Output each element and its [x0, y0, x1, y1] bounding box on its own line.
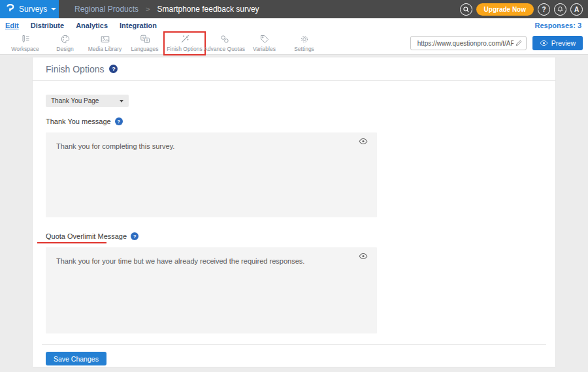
questionpro-logo — [6, 4, 15, 14]
quota-preview-eye-button[interactable] — [359, 253, 368, 260]
finish-type-select[interactable]: Thank You Page — [46, 95, 129, 107]
avatar[interactable]: A — [570, 3, 583, 16]
toolbar-right: Preview — [410, 36, 583, 50]
search-icon — [463, 6, 470, 13]
thank-you-preview-eye-button[interactable] — [359, 138, 368, 145]
quota-overlimit-label-row: Quota Overlimit Message ? — [46, 232, 139, 240]
settings-gear-icon — [299, 34, 310, 44]
upgrade-now-button[interactable]: Upgrade Now — [476, 3, 534, 16]
tab-integration[interactable]: Integration — [120, 22, 157, 29]
variables-tag-icon — [259, 34, 270, 44]
thank-you-message-label-row: Thank You message ? — [46, 117, 123, 125]
tab-edit[interactable]: Edit — [5, 22, 19, 29]
toolbar-item-media-library[interactable]: Media Library — [85, 33, 125, 54]
breadcrumb: Regional Products > Smartphone feedback … — [59, 0, 460, 18]
toolbar-item-advance-quotas[interactable]: Advance Quotas — [204, 33, 244, 54]
toolbar-item-finish-options[interactable]: Finish Options — [165, 33, 204, 54]
bell-icon — [557, 6, 564, 13]
quota-overlimit-message-box: Thank you for your time but we have alre… — [46, 247, 377, 333]
breadcrumb-survey-title: Smartphone feedback survey — [157, 5, 259, 14]
breadcrumb-separator: > — [146, 5, 150, 13]
page-background: Finish Options ? Thank You Page Thank Yo… — [0, 55, 588, 367]
toolbar-item-settings[interactable]: Settings — [284, 33, 324, 54]
eye-icon — [540, 40, 548, 46]
toolbar-item-variables[interactable]: Variables — [244, 33, 284, 54]
eye-icon — [359, 137, 368, 147]
preview-button-label: Preview — [551, 39, 576, 47]
thank-you-help-icon[interactable]: ? — [115, 117, 123, 125]
media-image-icon — [100, 34, 110, 44]
red-underline-annotation — [37, 242, 106, 243]
workspace-list-icon — [20, 34, 31, 44]
edit-pencil-icon[interactable] — [515, 39, 523, 47]
quota-overlimit-message-input[interactable]: Thank you for your time but we have alre… — [46, 247, 377, 333]
toolbar-item-label: Advance Quotas — [204, 46, 245, 52]
quota-overlimit-label: Quota Overlimit Message — [46, 232, 127, 240]
share-url-input[interactable] — [416, 39, 515, 48]
languages-translate-icon: 文A — [140, 34, 150, 44]
toolbar-item-label: Workspace — [11, 46, 39, 52]
thank-you-message-box: Thank you for completing this survey. — [46, 132, 377, 217]
toolbar-item-label: Media Library — [88, 46, 122, 52]
svg-text:A: A — [146, 39, 148, 42]
edit-toolbar: Workspace Design Media Library 文A Langua… — [0, 32, 588, 55]
design-palette-icon — [60, 34, 71, 44]
top-header: Surveys Regional Products > Smartphone f… — [0, 0, 588, 18]
notifications-button[interactable] — [554, 3, 566, 16]
breadcrumb-folder[interactable]: Regional Products — [74, 5, 139, 14]
toolbar-item-label: Design — [56, 46, 73, 52]
finish-options-panel: Finish Options ? Thank You Page Thank Yo… — [33, 57, 555, 367]
surveys-menu[interactable]: Surveys — [0, 0, 59, 18]
toolbar-item-label: Finish Options — [167, 46, 202, 52]
chevron-down-icon — [51, 8, 56, 10]
toolbar-item-label: Settings — [294, 46, 314, 52]
finish-options-help-icon[interactable]: ? — [109, 65, 118, 73]
share-url-field — [410, 36, 527, 50]
thank-you-message-input[interactable]: Thank you for completing this survey. — [46, 132, 377, 217]
surveys-menu-label: Surveys — [19, 5, 47, 14]
toolbar-item-label: Variables — [253, 46, 276, 52]
tab-analytics[interactable]: Analytics — [76, 22, 108, 29]
finish-type-selected-value: Thank You Page — [51, 97, 99, 104]
search-button[interactable] — [460, 3, 472, 16]
footer-divider — [42, 344, 546, 345]
chevron-down-icon — [120, 100, 123, 102]
page-title-row: Finish Options ? — [33, 57, 555, 81]
tab-distribute[interactable]: Distribute — [31, 22, 64, 29]
eye-icon — [359, 252, 368, 262]
toolbar-item-label: Languages — [131, 46, 158, 52]
responses-count[interactable]: Responses: 3 — [534, 22, 583, 29]
finish-options-form: Thank You Page Thank You message ? Thank… — [33, 95, 555, 333]
quota-overlimit-help-icon[interactable]: ? — [131, 232, 139, 240]
thank-you-message-label: Thank You message — [46, 117, 111, 125]
toolbar-item-languages[interactable]: 文A Languages — [125, 33, 165, 54]
help-button[interactable]: ? — [538, 3, 550, 16]
page-title: Finish Options — [46, 64, 104, 74]
toolbar-item-workspace[interactable]: Workspace — [5, 33, 45, 54]
finish-wand-icon — [180, 34, 190, 44]
save-changes-button[interactable]: Save Changes — [46, 352, 106, 365]
toolbar-item-design[interactable]: Design — [45, 33, 85, 54]
preview-button[interactable]: Preview — [532, 36, 583, 50]
quotas-links-icon — [220, 34, 230, 44]
survey-nav: Edit Distribute Analytics Integration Re… — [0, 18, 588, 32]
header-actions: Upgrade Now ? A — [460, 0, 588, 18]
